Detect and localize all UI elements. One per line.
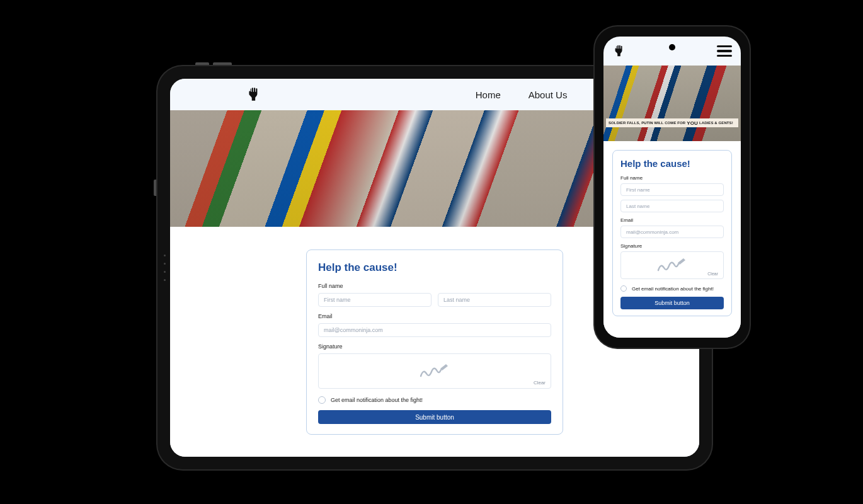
first-name-input[interactable]: First name [318,293,432,307]
submit-button[interactable]: Submit button [620,297,724,309]
last-name-input[interactable]: Last name [620,200,724,212]
notification-checkbox-label: Get email notification about the fight! [331,397,423,403]
signature-clear-button[interactable]: Clear [707,272,718,276]
email-input[interactable]: mail@commoninja.com [620,226,724,238]
phone-hero-image: SOLDIER FALLS, PUTIN WILL COME FOR YOU L… [603,66,741,141]
signature-label: Signature [318,343,551,350]
phone-screen: SOLDIER FALLS, PUTIN WILL COME FOR YOU L… [603,37,741,338]
notification-checkbox[interactable] [318,396,326,404]
tablet-side-button [154,180,156,196]
form-title: Help the cause! [318,261,551,274]
first-name-input[interactable]: First name [620,183,724,196]
petition-form-card: Help the cause! Full name First name Las… [306,249,563,435]
hamburger-menu-icon[interactable] [717,45,732,57]
fist-logo-icon [246,86,262,103]
email-input[interactable]: mail@commoninja.com [318,323,551,337]
signature-pad[interactable]: Clear [318,353,551,389]
form-title: Help the cause! [620,158,724,169]
tablet-power-button [195,62,209,65]
notification-checkbox-label: Get email notification about the fight! [632,286,714,292]
phone-camera-cutout [669,44,675,50]
tablet-volume-button [213,62,232,65]
phone-topbar [603,37,741,66]
full-name-label: Full name [620,175,724,181]
signature-label: Signature [620,243,724,249]
email-label: Email [620,217,724,223]
full-name-label: Full name [318,283,551,289]
nav-link-about[interactable]: About Us [529,89,568,100]
signature-scribble-icon [656,256,688,274]
fist-logo-icon [612,44,626,58]
protest-banner-text: SOLDIER FALLS, PUTIN WILL COME FOR YOU L… [606,118,738,127]
email-label: Email [318,313,551,319]
signature-clear-button[interactable]: Clear [534,380,546,386]
submit-button[interactable]: Submit button [318,410,551,424]
signature-scribble-icon [419,362,450,380]
petition-form-card: Help the cause! Full name First name Las… [612,150,732,316]
signature-pad[interactable]: Clear [620,251,724,279]
tablet-speaker-dots [164,255,166,281]
phone-page-body: Help the cause! Full name First name Las… [603,141,741,338]
phone-device-frame: SOLDIER FALLS, PUTIN WILL COME FOR YOU L… [595,26,750,348]
last-name-input[interactable]: Last name [438,293,551,307]
notification-checkbox[interactable] [620,285,627,292]
nav-link-home[interactable]: Home [476,89,501,100]
